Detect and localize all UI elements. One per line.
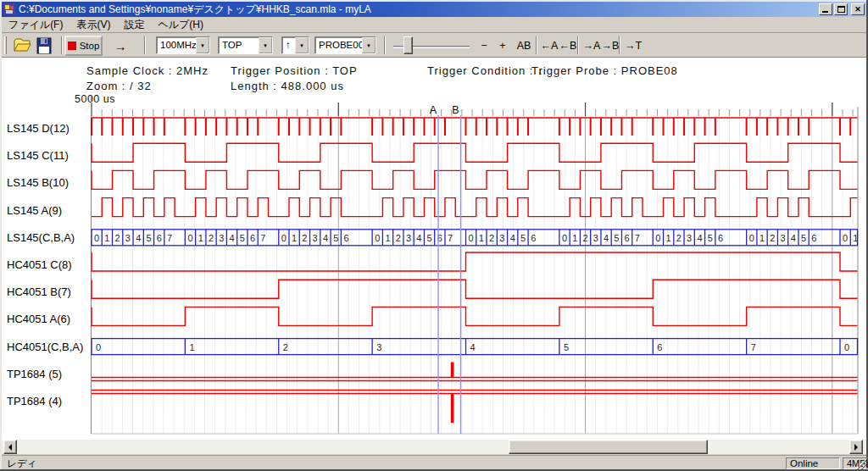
bus-value: 4: [416, 233, 421, 243]
triangle-left-icon: [5, 444, 12, 451]
bus-value: 0: [281, 233, 287, 243]
statusbar: レディ Online 4MBit: [2, 455, 866, 469]
bus-value: 7: [260, 233, 265, 243]
bus-value: 2: [676, 233, 682, 243]
bus-value: 1: [385, 233, 390, 243]
bus-value: 3: [219, 233, 224, 243]
cursor_a-label: A: [430, 104, 437, 116]
bus-value: 4: [604, 233, 609, 243]
bus-value: 1: [292, 233, 297, 243]
bus-value: 2: [302, 233, 307, 243]
status-online-badge: Online: [786, 457, 840, 469]
bus-value: 6: [657, 342, 662, 352]
waveform-HC4051-C(8): [92, 252, 858, 271]
bus-value: 3: [593, 233, 598, 243]
bus-value: 7: [751, 342, 756, 352]
bus-value: 2: [489, 233, 494, 243]
resize-grip[interactable]: [855, 458, 866, 469]
bus-value: 6: [343, 233, 348, 243]
bus-value: 3: [499, 233, 504, 243]
bus-value: 4: [791, 233, 796, 243]
bus-value: 0: [187, 233, 192, 243]
bus-value: 5: [614, 233, 619, 243]
bus-value: 0: [562, 233, 567, 243]
bus-value: 0: [749, 233, 754, 243]
bus-value: 1: [760, 233, 765, 243]
bus-value: 1: [572, 233, 577, 243]
scroll-right-button[interactable]: [849, 440, 863, 454]
bus-value: 0: [844, 342, 849, 352]
bus-value: 3: [125, 233, 131, 243]
bus-value: 1: [198, 233, 203, 243]
status-ready-text: レディ: [7, 457, 36, 470]
bus-value: 2: [283, 342, 288, 352]
tp-pulse: [451, 394, 454, 424]
bus-value: 6: [250, 233, 255, 243]
bus-value: 0: [469, 233, 474, 243]
bus-value: 2: [770, 233, 775, 243]
bus-value: 3: [406, 233, 411, 243]
bus-value: 5: [708, 233, 713, 243]
bus-value: 1: [853, 233, 858, 243]
bus-value: 0: [94, 233, 99, 243]
bus-value: 1: [479, 233, 484, 243]
bus-value: 5: [520, 233, 526, 243]
triangle-right-icon: [854, 444, 861, 451]
bus-value: 4: [510, 233, 515, 243]
bus-value: 6: [531, 233, 536, 243]
bus-value: 6: [157, 233, 162, 243]
bus-value: 3: [687, 233, 692, 243]
tp-pulse: [451, 363, 454, 378]
waveform-LS145-C(11): [92, 143, 858, 162]
bus-value: 7: [635, 233, 640, 243]
bus-value: 3: [780, 233, 785, 243]
app-window: C:¥Documents and Settings¥noname¥デスクトップ¥…: [0, 0, 868, 471]
waveform-LS145-A(9): [92, 198, 858, 217]
bus-value: 0: [375, 233, 380, 243]
bus-value: 5: [801, 233, 806, 243]
waveform-LS145-B(10): [92, 170, 858, 189]
cursor_b-label: B: [452, 104, 459, 116]
waveform-HC4051-B(7): [92, 280, 858, 298]
bus-value: 6: [718, 233, 723, 243]
bus-value: 1: [104, 233, 109, 243]
bus-value: 5: [427, 233, 432, 243]
bus-value: 5: [564, 342, 569, 352]
bus-value: 5: [240, 233, 245, 243]
bus-value: 0: [843, 233, 848, 243]
bus-value: 4: [323, 233, 328, 243]
scrollbar-thumb[interactable]: [509, 440, 708, 454]
bus-value: 3: [376, 342, 381, 352]
bus-value: 5: [333, 233, 338, 243]
bus-value: 4: [136, 233, 141, 243]
bus-value: 6: [625, 233, 630, 243]
horizontal-scrollbar[interactable]: [2, 440, 866, 454]
bus-value: 0: [96, 342, 101, 352]
bus-value: 2: [115, 233, 120, 243]
bus-value: 2: [209, 233, 214, 243]
waveform-plot[interactable]: 0123456701234567012345601234567012345601…: [0, 0, 868, 471]
bus-value: 4: [230, 233, 235, 243]
bus-value: 1: [666, 233, 671, 243]
bus-value: 1: [189, 342, 194, 352]
bus-value: 4: [697, 233, 702, 243]
bus-value: 0: [655, 233, 660, 243]
bus-value: 4: [470, 342, 476, 352]
bus-value: 6: [811, 233, 816, 243]
bus-value: 5: [146, 233, 151, 243]
bus-value: 2: [582, 233, 587, 243]
scroll-left-button[interactable]: [3, 440, 17, 454]
bus-value: 3: [313, 233, 318, 243]
waveform-HC4051-A(6): [92, 307, 858, 325]
bus-value: 7: [448, 233, 453, 243]
bus-value: 7: [167, 233, 172, 243]
bus-value: 2: [396, 233, 401, 243]
